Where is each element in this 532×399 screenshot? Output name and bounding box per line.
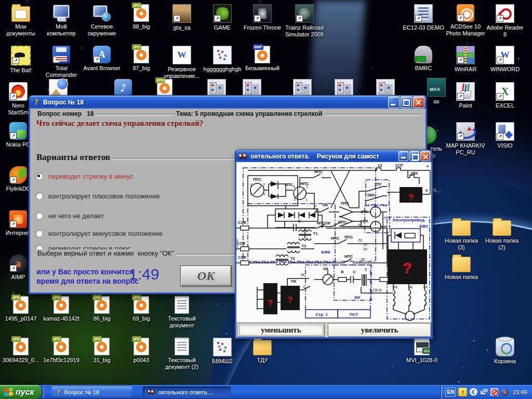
desktop-icon[interactable]: JPG1495_p0147 <box>1 296 41 322</box>
circuit-label: С3Ф <box>238 255 247 260</box>
language-indicator[interactable]: EN <box>445 388 456 397</box>
desktop-icon[interactable]: ↗Trainz Railroad Simulator 2009 <box>282 4 327 38</box>
answer-option[interactable]: контролирует минусовое положение <box>35 230 163 237</box>
circuit-label: ОК <box>323 267 329 271</box>
desktop-icon-partial[interactable]: JPG <box>145 79 184 97</box>
minimize-icon[interactable] <box>398 151 408 161</box>
zoom-out-button[interactable]: уменьшить <box>237 323 325 337</box>
answer-option[interactable]: ни чего не делает <box>35 212 104 220</box>
desktop-icon[interactable]: Новая папка (3) <box>442 218 481 251</box>
circuit-label: ОК <box>325 221 331 225</box>
antivirus-tray-icon[interactable]: a <box>501 388 509 396</box>
music-icon: ♪ <box>114 79 132 97</box>
circuit-label: Стр. 1 <box>315 312 328 317</box>
help-tray-icon[interactable]: ? <box>458 388 467 396</box>
shortcut-arrow-icon: ↗ <box>10 177 17 183</box>
radio-button[interactable] <box>35 230 43 237</box>
desktop-icon[interactable]: ↗gta_sa <box>162 4 202 31</box>
desktop-icon[interactable]: JPG87_big <box>122 46 161 72</box>
desktop-icon[interactable]: WРезервное управление... <box>162 46 202 79</box>
desktop-icon[interactable]: ↗Adobe Reader 8 <box>485 4 525 38</box>
desktop-icon[interactable]: ТДУ <box>243 338 282 364</box>
desktop-icon[interactable]: БВМШ2 <box>203 338 242 365</box>
desktop-icon[interactable]: ↗WinRAR <box>446 46 485 73</box>
folder-icon <box>452 257 471 272</box>
desktop-icon[interactable]: Мой компьютер <box>42 4 81 37</box>
desktop-icon[interactable]: JPG30694329_0... <box>0 338 42 364</box>
close-icon[interactable] <box>420 151 430 161</box>
circuit-label: ППС <box>341 201 350 206</box>
instruction-label: Выбери верный ответ и нажми кнопку "ОК" <box>35 249 176 257</box>
question-text: Что сейчас делает схема управления стрел… <box>36 119 203 128</box>
desktop-icon[interactable]: ↗ACDSee 10 Photo Manager <box>444 4 487 37</box>
file-type-badge: 321 <box>422 348 431 354</box>
taskbar-clock[interactable]: 23:46 <box>513 389 527 395</box>
desktop-icon[interactable]: JPG1e7bf3c12919 <box>40 338 83 364</box>
desktop-icon[interactable]: 321MVI_1028-0 <box>402 338 442 364</box>
desktop-icon[interactable]: JPGkamaz-45142t <box>40 296 83 322</box>
desktop-icon[interactable]: Новая папка <box>442 255 481 281</box>
shortcut-arrow-icon: ↗ <box>53 56 60 63</box>
desktop-icon[interactable]: JPGp0043 <box>122 338 161 364</box>
file-type-badge: BMP <box>253 44 263 50</box>
maximize-icon[interactable] <box>409 151 419 161</box>
desktop-icon[interactable]: Новая папка (2) <box>482 218 522 251</box>
desktop-icon[interactable]: JPG88_big <box>122 4 161 30</box>
desktop-icon[interactable]: Сетевое окружение <box>82 4 122 37</box>
desktop-icon[interactable]: Текстовый документ (2) <box>162 338 202 370</box>
picture-titlebar[interactable]: оятельного ответа. Рисунок для самост <box>235 150 433 162</box>
desktop-icon[interactable]: Текстовый документ <box>162 296 202 329</box>
answer-option[interactable]: переводит стрелку в минус <box>35 172 134 180</box>
quiz-titlebar[interactable]: ? Вопрос № 18 <box>29 95 427 109</box>
desktop-icon-partial[interactable]: ♪ <box>103 79 143 97</box>
desktop-icon[interactable]: hgggggghghgh <box>201 46 244 73</box>
network-tray-icon[interactable] <box>480 388 488 396</box>
desktop-icon[interactable]: ↗VISIO <box>485 122 525 149</box>
desktop-icon[interactable]: X↗EXCEL <box>485 82 525 109</box>
desktop-icon[interactable]: ↗The Bat! <box>1 46 41 74</box>
taskbar-task-quiz[interactable]: ? Вопрос № 18 <box>51 387 132 397</box>
shortcut-arrow-icon: ↗ <box>254 15 261 22</box>
start-button[interactable]: пуск <box>0 385 42 399</box>
desktop-icon[interactable]: BMPБезымянный <box>241 46 284 72</box>
radio-button[interactable] <box>35 212 43 220</box>
paint-icon: ↗ <box>456 82 475 101</box>
desktop-icon[interactable]: W↗WINWORD <box>485 46 525 73</box>
circuit-label: 1 <box>250 192 252 196</box>
circuit-label: Т1 <box>313 231 318 236</box>
floppy-icon: ↗ <box>52 46 70 63</box>
ok-button[interactable]: OK <box>180 265 232 286</box>
radio-button[interactable] <box>35 192 43 200</box>
picture-window-title: оятельного ответа. Рисунок для самост <box>250 153 396 160</box>
minimize-icon[interactable] <box>388 97 400 108</box>
desktop-icon[interactable]: ↗EC12-03 DEMO <box>402 4 445 31</box>
desktop-icon[interactable]: JPG31_big <box>82 338 122 364</box>
circuit-label: R <box>341 270 344 274</box>
shortcut-arrow-icon: ↗ <box>497 133 503 140</box>
desktop-icon[interactable]: Корзина <box>485 338 525 365</box>
taskbar-task-picture[interactable]: оятельного ответа.... <box>143 387 231 397</box>
binoculars-icon <box>238 153 248 159</box>
icon-letter: ♪ <box>114 79 132 97</box>
desktop-icon-label: Новая папка <box>442 274 481 281</box>
answer-option[interactable]: контролирует плюсовое положение <box>35 192 160 200</box>
quick-launch-divider <box>43 387 50 397</box>
desktop-icon[interactable]: ↗GAME <box>203 4 242 31</box>
answer-option-label: контролирует плюсовое положение <box>48 192 160 200</box>
desktop-icon[interactable]: ↗Total Commander <box>42 46 81 78</box>
desktop-icon[interactable]: Мои документы <box>1 4 41 37</box>
close-icon[interactable] <box>413 97 424 108</box>
desktop-icon[interactable]: JPG86_big <box>82 296 122 322</box>
desktop-icon[interactable]: A↗Avant Browser <box>82 46 122 72</box>
desktop-icon[interactable]: ↗Frozen Throne <box>243 4 282 31</box>
circuit-label: 2 <box>306 185 308 189</box>
radio-button[interactable] <box>35 172 43 180</box>
zoom-in-button[interactable]: увеличить <box>328 323 431 337</box>
hidden-icons-chevron[interactable] <box>470 388 477 396</box>
maximize-icon[interactable] <box>401 97 412 108</box>
disconnected-device-tray-icon[interactable] <box>490 388 498 396</box>
desktop-icon[interactable]: ↗MAP KHARKIV PC_RU <box>444 122 487 156</box>
desktop-icon[interactable]: JPG69_big <box>122 296 161 322</box>
circuit-label: БК <box>423 285 428 289</box>
desktop-icon[interactable]: ↗BMRC <box>404 46 443 72</box>
